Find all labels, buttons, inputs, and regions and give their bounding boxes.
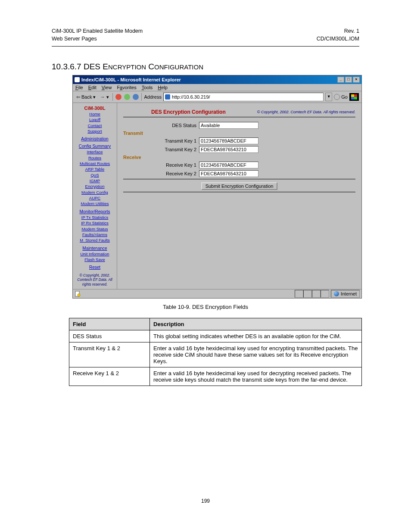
section-number: 10.3.6.7	[52, 62, 81, 71]
cell-field: DES Status	[69, 330, 150, 342]
header-right-1: Rev. 1	[317, 28, 359, 35]
nav-m-stored-faults[interactable]: M_Stored Faults	[74, 238, 115, 243]
status-done-icon	[75, 291, 81, 297]
window-title: Index/CiM-300L - Microsoft Internet Expl…	[81, 77, 181, 82]
menu-edit[interactable]: Edit	[88, 85, 97, 90]
page-icon	[165, 94, 170, 100]
status-cell	[312, 290, 321, 298]
nav-ip-tx-stats[interactable]: IP Tx Statistics	[74, 215, 115, 220]
pane-rule-bottom	[123, 192, 355, 193]
address-dropdown[interactable]: ▼	[325, 93, 332, 101]
th-field: Field	[69, 318, 150, 330]
nav-routes[interactable]: Routes	[74, 156, 115, 161]
table-row: Receive Key 1 & 2 Enter a valid 16 byte …	[69, 367, 362, 386]
go-button[interactable]: Go	[334, 94, 348, 100]
table-row: Transmit Key 1 & 2 Enter a valid 16 byte…	[69, 342, 362, 367]
close-button[interactable]: ×	[353, 77, 360, 83]
nav-aupc[interactable]: AUPC	[74, 196, 115, 201]
menu-tools[interactable]: Tools	[142, 85, 153, 90]
des-status-label: DES Status	[123, 123, 199, 128]
tx-key2-label: Transmit Key 2	[123, 147, 199, 152]
nav-unit-info[interactable]: Unit Information	[74, 252, 115, 257]
header-left-2: Web Server Pages	[52, 35, 143, 43]
minimize-button[interactable]: _	[337, 77, 344, 83]
globe-icon	[334, 291, 339, 296]
nav-arp-table[interactable]: ARP Table	[74, 167, 115, 172]
maximize-button[interactable]: □	[345, 77, 352, 83]
back-button[interactable]: ⇦ Back ▾	[75, 94, 97, 100]
rx-key1-label: Receive Key 1	[123, 162, 199, 168]
nav-reset[interactable]: Reset	[74, 265, 115, 270]
status-cell	[303, 290, 312, 298]
nav-modem-status[interactable]: Modem Status	[74, 227, 115, 232]
address-field[interactable]: http://10.6.30.219/	[163, 93, 324, 101]
header-left-1: CiM-300L IP Enabled Satellite Modem	[52, 28, 143, 35]
menu-favorites[interactable]: Favorites	[117, 85, 136, 90]
nav-faults-alarms[interactable]: Faults/Alarms	[74, 232, 115, 237]
nav-config-head[interactable]: Config Summary	[74, 144, 115, 149]
title-bar: Index/CiM-300L - Microsoft Internet Expl…	[73, 75, 361, 84]
menu-view[interactable]: View	[102, 85, 112, 90]
tx-key1-input[interactable]	[199, 137, 258, 144]
rx-key2-input[interactable]	[199, 170, 258, 177]
menu-file[interactable]: File	[75, 85, 83, 90]
cell-field: Transmit Key 1 & 2	[69, 342, 150, 367]
nav-home[interactable]: Home	[74, 112, 115, 117]
sidebar-copyright: © Copyright, 2002. Comtech EF Data. All …	[74, 273, 115, 286]
status-cell	[295, 290, 303, 298]
forward-button[interactable]: → ▾	[99, 94, 109, 100]
cell-field: Receive Key 1 & 2	[69, 367, 150, 386]
nav-support[interactable]: Support	[74, 129, 115, 134]
nav-interface[interactable]: Interface	[74, 149, 115, 155]
menu-help[interactable]: Help	[158, 85, 168, 90]
nav-flash-save[interactable]: Flash Save	[74, 257, 115, 262]
status-cell	[321, 290, 329, 298]
stop-icon[interactable]	[115, 94, 121, 100]
nav-qos[interactable]: QoS	[74, 173, 115, 178]
ie-icon	[75, 77, 80, 82]
address-value: http://10.6.30.219/	[172, 94, 210, 100]
page-number: 199	[52, 498, 359, 504]
receive-heading: Receive	[123, 155, 355, 160]
nav-multicast-routes[interactable]: Multicast Routes	[74, 161, 115, 166]
sidebar-product-title: CiM-300L	[74, 106, 115, 111]
nav-modem-utilities[interactable]: Modem Utilities	[74, 201, 115, 206]
throbber-icon	[349, 93, 359, 101]
home-icon[interactable]	[133, 94, 139, 100]
svg-point-1	[78, 294, 80, 296]
main-pane: DES Encryption Configuration © Copyright…	[117, 103, 361, 289]
doc-header: CiM-300L IP Enabled Satellite Modem Web …	[52, 28, 359, 43]
des-fields-table: Field Description DES Status This global…	[69, 318, 362, 386]
nav-ip-rx-stats[interactable]: IP Rx Statistics	[74, 221, 115, 226]
cell-desc: Enter a valid 16 byte hexidecimal key us…	[150, 367, 362, 386]
nav-maint-head[interactable]: Maintenance	[74, 246, 115, 251]
sidebar-nav: CiM-300L Home Logoff Contact Support Adm…	[73, 103, 117, 289]
nav-modem-config[interactable]: Modem Config	[74, 190, 115, 195]
nav-igmp[interactable]: IGMP	[74, 178, 115, 184]
tx-key2-input[interactable]	[199, 146, 258, 153]
nav-monitor-head[interactable]: Monitor/Reports	[74, 209, 115, 214]
pane-title: DES Encryption Configuration	[123, 109, 254, 115]
nav-admin-head[interactable]: Administration	[74, 137, 115, 141]
status-bar: Internet	[73, 289, 361, 298]
cell-desc: Enter a valid 16 byte hexidecimal key us…	[150, 342, 362, 367]
nav-encryption[interactable]: Encryption	[74, 184, 115, 189]
tx-key1-label: Transmit Key 1	[123, 138, 199, 143]
nav-logoff[interactable]: Logoff	[74, 117, 115, 122]
header-rule	[52, 46, 359, 47]
refresh-icon[interactable]	[124, 94, 130, 100]
pane-rule-top	[123, 117, 355, 118]
submit-encryption-button[interactable]: Submit Encryption Configuration	[201, 182, 278, 190]
pane-copyright: © Copyright, 2002. Comtech EF Data. All …	[254, 110, 355, 114]
table-row: DES Status This global setting indicates…	[69, 330, 362, 342]
rx-key2-label: Receive Key 2	[123, 171, 199, 176]
address-label: Address	[144, 94, 162, 100]
table-caption: Table 10-9. DES Encryption Fields	[52, 304, 359, 310]
des-status-input[interactable]	[199, 122, 258, 129]
tool-bar: ⇦ Back ▾ → ▾ Address http://10.6.30.219/…	[73, 91, 361, 103]
transmit-heading: Transmit	[123, 131, 355, 136]
rx-key1-input[interactable]	[199, 162, 258, 168]
th-description: Description	[150, 318, 362, 330]
nav-contact[interactable]: Contact	[74, 123, 115, 128]
menu-bar: File Edit View Favorites Tools Help	[73, 84, 361, 91]
